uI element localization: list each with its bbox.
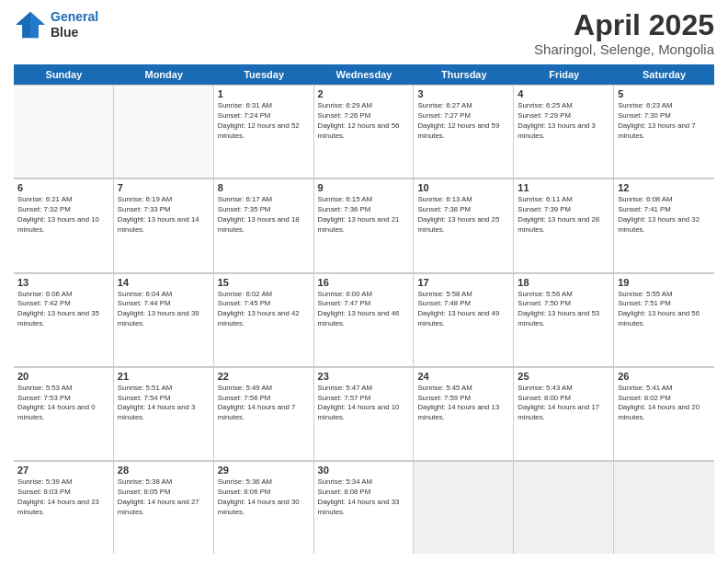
- calendar-cell: 12Sunrise: 6:08 AMSunset: 7:41 PMDayligh…: [614, 178, 714, 271]
- calendar-cell: 7Sunrise: 6:19 AMSunset: 7:33 PMDaylight…: [114, 178, 214, 271]
- day-number: 29: [218, 465, 310, 476]
- calendar-row-2: 13Sunrise: 6:06 AMSunset: 7:42 PMDayligh…: [14, 273, 714, 367]
- calendar-cell: 23Sunrise: 5:47 AMSunset: 7:57 PMDayligh…: [314, 367, 415, 460]
- calendar-title: April 2025: [534, 9, 714, 41]
- cell-details: Sunrise: 6:15 AMSunset: 7:36 PMDaylight:…: [318, 195, 410, 236]
- header-saturday: Saturday: [614, 64, 714, 85]
- cell-details: Sunrise: 6:25 AMSunset: 7:29 PMDaylight:…: [518, 101, 609, 142]
- day-number: 24: [417, 371, 509, 382]
- day-number: 10: [417, 182, 509, 193]
- logo-blue: Blue: [51, 25, 98, 40]
- calendar-cell: 5Sunrise: 6:23 AMSunset: 7:30 PMDaylight…: [614, 85, 714, 178]
- cell-details: Sunrise: 6:29 AMSunset: 7:26 PMDaylight:…: [318, 101, 410, 142]
- calendar-cell: [14, 85, 114, 178]
- day-number: 8: [218, 182, 310, 193]
- cell-details: Sunrise: 6:13 AMSunset: 7:38 PMDaylight:…: [417, 195, 509, 236]
- cell-details: Sunrise: 6:00 AMSunset: 7:47 PMDaylight:…: [318, 290, 410, 330]
- cell-details: Sunrise: 5:45 AMSunset: 7:59 PMDaylight:…: [417, 384, 509, 424]
- calendar-cell: 3Sunrise: 6:27 AMSunset: 7:27 PMDaylight…: [414, 85, 514, 178]
- cell-details: Sunrise: 6:17 AMSunset: 7:35 PMDaylight:…: [218, 195, 310, 236]
- calendar-cell: 27Sunrise: 5:39 AMSunset: 8:03 PMDayligh…: [14, 461, 114, 554]
- calendar-cell: 18Sunrise: 5:56 AMSunset: 7:50 PMDayligh…: [514, 273, 614, 366]
- day-number: 11: [518, 182, 609, 193]
- cell-details: Sunrise: 6:04 AMSunset: 7:44 PMDaylight:…: [118, 290, 210, 330]
- calendar-cell: [514, 461, 614, 554]
- calendar-cell: 24Sunrise: 5:45 AMSunset: 7:59 PMDayligh…: [414, 367, 514, 460]
- calendar-cell: 14Sunrise: 6:04 AMSunset: 7:44 PMDayligh…: [114, 273, 214, 366]
- day-number: 23: [318, 371, 410, 382]
- calendar-cell: 4Sunrise: 6:25 AMSunset: 7:29 PMDaylight…: [514, 85, 614, 178]
- cell-details: Sunrise: 5:55 AMSunset: 7:51 PMDaylight:…: [618, 290, 711, 330]
- cell-details: Sunrise: 5:39 AMSunset: 8:03 PMDaylight:…: [17, 477, 109, 518]
- calendar: Sunday Monday Tuesday Wednesday Thursday…: [14, 64, 714, 554]
- header-sunday: Sunday: [14, 64, 114, 85]
- cell-details: Sunrise: 6:11 AMSunset: 7:39 PMDaylight:…: [518, 195, 609, 236]
- logo-general: General: [51, 9, 98, 24]
- calendar-body: 1Sunrise: 6:31 AMSunset: 7:24 PMDaylight…: [14, 85, 714, 554]
- cell-details: Sunrise: 5:56 AMSunset: 7:50 PMDaylight:…: [518, 290, 609, 330]
- cell-details: Sunrise: 6:19 AMSunset: 7:33 PMDaylight:…: [118, 195, 210, 236]
- day-number: 18: [518, 277, 609, 288]
- cell-details: Sunrise: 6:31 AMSunset: 7:24 PMDaylight:…: [218, 101, 310, 142]
- day-number: 21: [118, 371, 210, 382]
- calendar-cell: 16Sunrise: 6:00 AMSunset: 7:47 PMDayligh…: [314, 273, 415, 366]
- day-number: 13: [17, 277, 109, 288]
- calendar-cell: 22Sunrise: 5:49 AMSunset: 7:56 PMDayligh…: [214, 367, 314, 460]
- header-friday: Friday: [514, 64, 614, 85]
- calendar-cell: 11Sunrise: 6:11 AMSunset: 7:39 PMDayligh…: [514, 178, 614, 271]
- cell-details: Sunrise: 5:34 AMSunset: 8:08 PMDaylight:…: [318, 477, 410, 518]
- day-number: 16: [318, 277, 410, 288]
- day-number: 17: [417, 277, 509, 288]
- calendar-cell: 1Sunrise: 6:31 AMSunset: 7:24 PMDaylight…: [214, 85, 314, 178]
- day-number: 30: [318, 465, 410, 476]
- day-number: 14: [118, 277, 210, 288]
- calendar-cell: 21Sunrise: 5:51 AMSunset: 7:54 PMDayligh…: [114, 367, 214, 460]
- cell-details: Sunrise: 6:21 AMSunset: 7:32 PMDaylight:…: [17, 195, 109, 236]
- calendar-cell: 28Sunrise: 5:38 AMSunset: 8:05 PMDayligh…: [114, 461, 214, 554]
- calendar-cell: 6Sunrise: 6:21 AMSunset: 7:32 PMDaylight…: [14, 178, 114, 271]
- svg-marker-1: [30, 12, 45, 38]
- calendar-cell: 19Sunrise: 5:55 AMSunset: 7:51 PMDayligh…: [614, 273, 714, 366]
- day-number: 9: [318, 182, 410, 193]
- cell-details: Sunrise: 5:49 AMSunset: 7:56 PMDaylight:…: [218, 384, 310, 424]
- calendar-cell: 8Sunrise: 6:17 AMSunset: 7:35 PMDaylight…: [214, 178, 314, 271]
- day-number: 1: [218, 88, 310, 99]
- calendar-cell: 29Sunrise: 5:36 AMSunset: 8:06 PMDayligh…: [214, 461, 314, 554]
- cell-details: Sunrise: 5:36 AMSunset: 8:06 PMDaylight:…: [218, 477, 310, 518]
- page: General Blue April 2025 Sharingol, Selen…: [0, 0, 728, 563]
- calendar-cell: 20Sunrise: 5:53 AMSunset: 7:53 PMDayligh…: [14, 367, 114, 460]
- header-wednesday: Wednesday: [314, 64, 415, 85]
- day-number: 25: [518, 371, 609, 382]
- cell-details: Sunrise: 5:58 AMSunset: 7:48 PMDaylight:…: [417, 290, 509, 330]
- calendar-cell: [614, 461, 714, 554]
- day-number: 7: [118, 182, 210, 193]
- cell-details: Sunrise: 6:06 AMSunset: 7:42 PMDaylight:…: [17, 290, 109, 330]
- calendar-row-4: 27Sunrise: 5:39 AMSunset: 8:03 PMDayligh…: [14, 461, 714, 554]
- cell-details: Sunrise: 6:08 AMSunset: 7:41 PMDaylight:…: [618, 195, 711, 236]
- day-number: 22: [218, 371, 310, 382]
- calendar-cell: 2Sunrise: 6:29 AMSunset: 7:26 PMDaylight…: [314, 85, 415, 178]
- header-tuesday: Tuesday: [214, 64, 314, 85]
- calendar-header: Sunday Monday Tuesday Wednesday Thursday…: [14, 64, 714, 85]
- cell-details: Sunrise: 5:43 AMSunset: 8:00 PMDaylight:…: [518, 384, 609, 424]
- calendar-subtitle: Sharingol, Selenge, Mongolia: [534, 41, 714, 57]
- cell-details: Sunrise: 6:02 AMSunset: 7:45 PMDaylight:…: [218, 290, 310, 330]
- day-number: 26: [618, 371, 711, 382]
- calendar-cell: 15Sunrise: 6:02 AMSunset: 7:45 PMDayligh…: [214, 273, 314, 366]
- title-block: April 2025 Sharingol, Selenge, Mongolia: [534, 9, 714, 57]
- cell-details: Sunrise: 5:53 AMSunset: 7:53 PMDaylight:…: [17, 384, 109, 424]
- calendar-cell: [414, 461, 514, 554]
- day-number: 20: [17, 371, 109, 382]
- cell-details: Sunrise: 5:41 AMSunset: 8:02 PMDaylight:…: [618, 384, 711, 424]
- calendar-row-3: 20Sunrise: 5:53 AMSunset: 7:53 PMDayligh…: [14, 367, 714, 461]
- day-number: 3: [417, 88, 509, 99]
- calendar-cell: 9Sunrise: 6:15 AMSunset: 7:36 PMDaylight…: [314, 178, 415, 271]
- logo-icon: [14, 10, 47, 40]
- day-number: 5: [618, 88, 711, 99]
- calendar-cell: 10Sunrise: 6:13 AMSunset: 7:38 PMDayligh…: [414, 178, 514, 271]
- calendar-cell: 26Sunrise: 5:41 AMSunset: 8:02 PMDayligh…: [614, 367, 714, 460]
- calendar-row-0: 1Sunrise: 6:31 AMSunset: 7:24 PMDaylight…: [14, 85, 714, 178]
- day-number: 12: [618, 182, 711, 193]
- cell-details: Sunrise: 6:27 AMSunset: 7:27 PMDaylight:…: [417, 101, 509, 142]
- calendar-row-1: 6Sunrise: 6:21 AMSunset: 7:32 PMDaylight…: [14, 178, 714, 272]
